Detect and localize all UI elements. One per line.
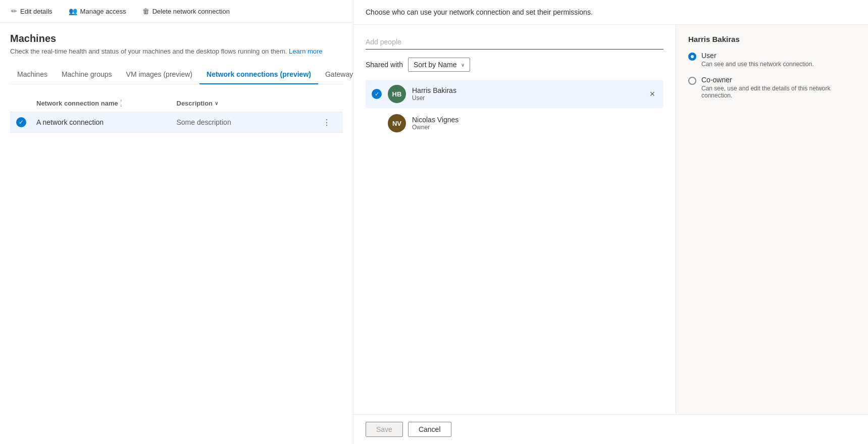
- name-sort[interactable]: Network connection name ↑↓: [36, 98, 122, 108]
- user-name-nv: Nicolas Vignes: [412, 116, 657, 124]
- desc-col-label: Description: [177, 100, 213, 107]
- tab-machine-groups[interactable]: Machine groups: [55, 65, 119, 84]
- radio-option-coowner: Co-owner Can see, use and edit the detai…: [688, 76, 856, 99]
- radio-text-coowner: Co-owner Can see, use and edit the detai…: [701, 76, 856, 99]
- add-people-input[interactable]: [366, 35, 663, 50]
- name-col-label: Network connection name: [36, 100, 118, 107]
- user-role-hb: User: [412, 94, 641, 102]
- delete-icon: 🗑: [142, 7, 149, 15]
- delete-label: Delete network connection: [152, 8, 230, 15]
- edit-label: Edit details: [20, 8, 53, 15]
- table-header: Network connection name ↑↓ Description ∨: [10, 94, 343, 112]
- permissions-section: Harris Bakiras User Can see and use this…: [676, 25, 868, 414]
- cancel-button[interactable]: Cancel: [408, 422, 451, 437]
- edit-icon: ✏: [11, 7, 17, 15]
- manage-icon: 👥: [69, 7, 77, 15]
- tabs: Machines Machine groups VM images (previ…: [10, 65, 343, 84]
- page-subtitle: Check the real-time health and status of…: [10, 47, 343, 55]
- user-info-hb: Harris Bakiras User: [412, 86, 641, 102]
- avatar-hb: HB: [388, 85, 406, 103]
- user-item-hb[interactable]: ✓ HB Harris Bakiras User ✕: [366, 80, 663, 108]
- manage-access-button[interactable]: 👥 Manage access: [66, 5, 129, 17]
- manage-label: Manage access: [80, 8, 126, 15]
- row-check: ✓: [16, 117, 36, 127]
- perm-user-name: Harris Bakiras: [688, 35, 856, 43]
- desc-col-header: Description ∨: [177, 100, 317, 107]
- user-name-hb: Harris Bakiras: [412, 86, 641, 94]
- desc-sort[interactable]: Description ∨: [177, 100, 219, 107]
- radio-user[interactable]: [688, 53, 696, 61]
- avatar-nv: NV: [388, 114, 406, 132]
- main-content: Machines Check the real-time health and …: [0, 23, 353, 444]
- panel-intro: Choose who can use your network connecti…: [353, 0, 868, 25]
- tab-vm-images[interactable]: VM images (preview): [119, 65, 199, 84]
- radio-label-user: User: [701, 52, 814, 60]
- user-item-nv[interactable]: NV Nicolas Vignes Owner: [366, 109, 663, 137]
- sort-by-label: Sort by Name: [414, 61, 457, 69]
- learn-more-link[interactable]: Learn more: [289, 47, 322, 55]
- tab-network-connections[interactable]: Network connections (preview): [199, 65, 318, 84]
- row-description: Some description: [177, 118, 317, 126]
- panel-body: Shared with Sort by Name ∨ ✓ HB Harris B…: [353, 25, 868, 414]
- radio-desc-coowner: Can see, use and edit the details of thi…: [701, 85, 856, 99]
- avatar-initials-hb: HB: [392, 90, 402, 98]
- sort-select[interactable]: Sort by Name ∨: [408, 58, 470, 72]
- tab-machines[interactable]: Machines: [10, 65, 55, 84]
- save-button[interactable]: Save: [366, 422, 403, 437]
- edit-details-button[interactable]: ✏ Edit details: [8, 5, 56, 17]
- sort-icons: ↑↓: [120, 98, 122, 108]
- user-role-nv: Owner: [412, 124, 657, 131]
- delete-network-button[interactable]: 🗑 Delete network connection: [139, 5, 233, 17]
- user-info-nv: Nicolas Vignes Owner: [412, 116, 657, 131]
- chevron-down-icon: ∨: [461, 62, 465, 68]
- name-col-header: Network connection name ↑↓: [36, 98, 177, 108]
- desc-chevron: ∨: [215, 101, 218, 106]
- share-section: Shared with Sort by Name ∨ ✓ HB Harris B…: [353, 25, 676, 414]
- user-list: ✓ HB Harris Bakiras User ✕ NV: [366, 80, 663, 137]
- shared-with-label: Shared with: [366, 61, 403, 69]
- check-circle: ✓: [16, 117, 26, 127]
- left-panel: ✏ Edit details 👥 Manage access 🗑 Delete …: [0, 0, 353, 444]
- radio-coowner[interactable]: [688, 77, 696, 85]
- row-name: A network connection: [36, 118, 177, 126]
- selected-check-hb: ✓: [372, 89, 382, 99]
- row-more-menu[interactable]: ⋮: [317, 118, 337, 127]
- right-panel: Choose who can use your network connecti…: [353, 0, 868, 444]
- page-title: Machines: [10, 33, 343, 44]
- avatar-initials-nv: NV: [392, 120, 401, 127]
- radio-option-user: User Can see and use this network connec…: [688, 52, 856, 68]
- radio-text-user: User Can see and use this network connec…: [701, 52, 814, 68]
- subtitle-text: Check the real-time health and status of…: [10, 47, 287, 55]
- panel-footer: Save Cancel: [353, 414, 868, 444]
- shared-with-row: Shared with Sort by Name ∨: [366, 58, 663, 72]
- radio-desc-user: Can see and use this network connection.: [701, 61, 814, 68]
- table-row[interactable]: ✓ A network connection Some description …: [10, 112, 343, 133]
- remove-user-hb[interactable]: ✕: [647, 88, 657, 100]
- toolbar: ✏ Edit details 👥 Manage access 🗑 Delete …: [0, 0, 353, 23]
- radio-label-coowner: Co-owner: [701, 76, 856, 84]
